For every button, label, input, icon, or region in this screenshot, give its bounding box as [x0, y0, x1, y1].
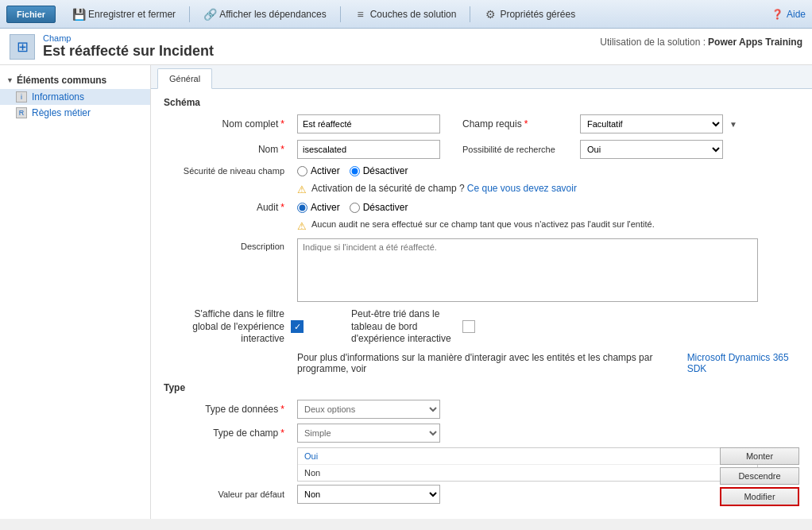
info-item-icon: i [16, 91, 27, 103]
header-left: ⊞ Champ Est réaffecté sur Incident [10, 33, 214, 60]
option-oui[interactable]: Oui [298, 448, 757, 465]
separator2 [340, 6, 341, 22]
sort-label: Peut-être trié dans le tableau de bord d… [304, 308, 462, 346]
rules-item-icon: R [16, 107, 27, 118]
security-link[interactable]: Ce que vous devez savoir [467, 183, 577, 194]
securite-desactiver-radio[interactable] [350, 166, 360, 176]
tabs-bar: Général [151, 65, 812, 89]
header: ⊞ Champ Est réaffecté sur Incident Utili… [0, 29, 812, 65]
securite-radio-group: Activer Désactiver [297, 165, 408, 176]
audit-activer-radio[interactable] [297, 203, 307, 213]
champ-requis-dropdown-icon: ▼ [729, 120, 737, 129]
filter-row: S'affiche dans le filtre global de l'exp… [164, 308, 799, 346]
description-textarea[interactable] [297, 238, 758, 302]
audit-warn-row: ⚠ Aucun audit ne sera effectué sur ce ch… [164, 219, 799, 232]
layers-button[interactable]: ≡ Couches de solution [347, 5, 464, 24]
valeur-row: Valeur par défaut Non [164, 485, 799, 504]
type-champ-row: Type de champ * Simple [164, 424, 799, 443]
securite-row: Sécurité de niveau champ Activer Désacti… [164, 165, 799, 176]
sdk-row: Pour plus d'informations sur la manière … [164, 352, 799, 374]
possibilite-label: Possibilité de recherche [447, 145, 574, 154]
securite-activer-option[interactable]: Activer [297, 165, 340, 176]
separator3 [470, 6, 470, 22]
sidebar-item-informations[interactable]: i Informations [0, 89, 150, 105]
securite-desactiver-option[interactable]: Désactiver [350, 165, 408, 176]
schema-title: Schéma [164, 97, 799, 108]
audit-desactiver-radio[interactable] [350, 203, 360, 213]
type-donnees-select[interactable]: Deux options [297, 400, 440, 419]
sort-checkbox[interactable] [462, 320, 475, 333]
audit-warn-icon: ⚠ [297, 220, 307, 232]
collapse-icon[interactable]: ▼ [6, 76, 14, 84]
nom-row: Nom * Possibilité de recherche Oui [164, 140, 799, 159]
audit-label: Audit * [164, 202, 291, 213]
sidebar: ▼ Éléments communs i Informations R Règl… [0, 65, 151, 519]
sidebar-group: ▼ Éléments communs [0, 72, 150, 89]
fichier-button[interactable]: Fichier [6, 6, 56, 23]
action-buttons: Monter Descendre Modifier [720, 447, 799, 506]
description-row: Description [164, 238, 799, 302]
entity-icon: ⊞ [10, 34, 35, 60]
securite-activer-radio[interactable] [297, 166, 307, 176]
separator [189, 6, 190, 22]
securite-label: Sécurité de niveau champ [164, 166, 291, 176]
dependencies-icon: 🔗 [203, 8, 216, 21]
description-label: Description [164, 238, 291, 251]
header-title-block: Champ Est réaffecté sur Incident [43, 33, 214, 60]
page-title: Est réaffecté sur Incident [43, 43, 214, 60]
tab-general[interactable]: Général [157, 68, 212, 89]
type-champ-label: Type de champ * [164, 427, 291, 439]
dependencies-button[interactable]: 🔗 Afficher les dépendances [196, 5, 334, 24]
save-close-button[interactable]: 💾 Enregistrer et fermer [65, 5, 183, 24]
type-title: Type [164, 382, 799, 393]
champ-requis-label: Champ requis * [447, 118, 574, 130]
main-layout: ▼ Éléments communs i Informations R Règl… [0, 65, 812, 519]
security-warn-row: ⚠ Activation de la sécurité de champ ? C… [164, 183, 799, 195]
security-warn-text: Activation de la sécurité de champ ? Ce … [311, 183, 577, 194]
modifier-button[interactable]: Modifier [720, 487, 799, 506]
audit-radio-group: Activer Désactiver [297, 202, 408, 213]
filter-checkbox[interactable] [291, 320, 304, 333]
nom-complet-input[interactable] [297, 114, 440, 133]
options-list: Oui Non [297, 447, 758, 482]
valeur-label: Valeur par défaut [164, 489, 291, 499]
monter-button[interactable]: Monter [720, 447, 799, 465]
required-star: * [280, 118, 284, 130]
properties-icon: ⚙ [484, 8, 497, 21]
audit-activer-option[interactable]: Activer [297, 202, 340, 213]
audit-row: Audit * Activer Désactiver [164, 202, 799, 213]
champ-requis-select[interactable]: Facultatif [580, 114, 723, 133]
options-section: Oui Non Monter Descendre Modifier [164, 447, 799, 482]
nom-input[interactable] [297, 140, 440, 159]
help-icon: ❓ [771, 9, 783, 20]
help-button[interactable]: ❓ Aide [771, 9, 806, 20]
type-champ-select[interactable]: Simple [297, 424, 440, 443]
sidebar-item-regles-metier[interactable]: R Règles métier [0, 105, 150, 121]
nom-label: Nom * [164, 144, 291, 155]
content-area: Général Schéma Nom complet * Champ requi… [151, 65, 812, 519]
valeur-select[interactable]: Non [297, 485, 440, 504]
sdk-link[interactable]: Microsoft Dynamics 365 SDK [687, 352, 799, 374]
save-icon: 💾 [72, 8, 85, 21]
form-content: Schéma Nom complet * Champ requis * Facu… [151, 89, 812, 512]
audit-desactiver-option[interactable]: Désactiver [350, 202, 408, 213]
nom-complet-row: Nom complet * Champ requis * Facultatif … [164, 114, 799, 133]
warn-icon: ⚠ [297, 184, 307, 195]
solution-info: Utilisation de la solution : Power Apps … [600, 33, 802, 48]
possibilite-select[interactable]: Oui [580, 140, 723, 159]
option-non[interactable]: Non [298, 465, 757, 481]
type-donnees-label: Type de données * [164, 404, 291, 415]
layers-icon: ≡ [354, 8, 367, 21]
filter-label: S'affiche dans le filtre global de l'exp… [164, 308, 291, 346]
audit-warn-text: Aucun audit ne sera effectué sur ce cham… [311, 219, 655, 229]
properties-button[interactable]: ⚙ Propriétés gérées [477, 5, 582, 24]
type-donnees-row: Type de données * Deux options [164, 400, 799, 419]
descendre-button[interactable]: Descendre [720, 467, 799, 485]
toolbar: Fichier 💾 Enregistrer et fermer 🔗 Affich… [0, 0, 812, 29]
nom-complet-label: Nom complet * [164, 118, 291, 130]
page-subtitle: Champ [43, 33, 214, 43]
